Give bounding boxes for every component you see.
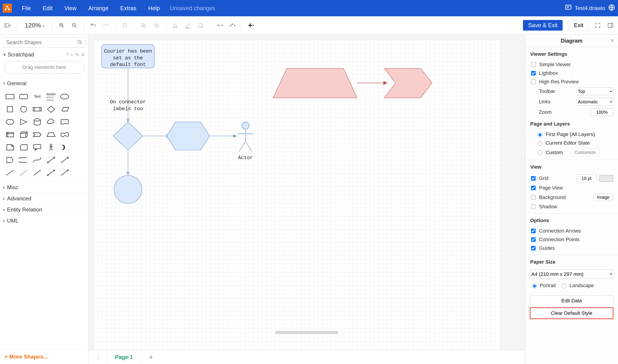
menu-file[interactable]: File [16,5,37,12]
shape-curve[interactable] [31,154,43,166]
shape-diamond[interactable] [45,103,57,115]
zoom-field[interactable] [590,108,613,116]
edit-data-button[interactable]: Edit Data [530,295,614,306]
insert-icon[interactable]: + ▾ [247,22,254,29]
conn-points-checkbox[interactable] [531,237,536,242]
shape-actor[interactable] [45,142,57,153]
guides-checkbox[interactable] [531,246,536,250]
shape-biarrow[interactable] [45,154,57,166]
shape-biline[interactable] [45,167,57,179]
shape-hexagon[interactable] [4,116,16,128]
right-splitter[interactable] [524,154,525,163]
zoom-in-icon[interactable] [58,22,65,29]
shape-and[interactable] [4,154,16,166]
shape-step[interactable] [31,129,43,141]
shadow-checkbox[interactable] [531,204,536,209]
section-misc[interactable]: ▸Misc [0,182,88,193]
background-image-button[interactable]: Image [593,194,613,201]
waypoint-icon[interactable]: ▾ [229,22,235,29]
exit-button[interactable]: Exit [569,20,589,31]
hires-checkbox[interactable] [531,79,536,84]
search-input[interactable] [3,37,85,48]
add-page-icon[interactable]: + [144,353,159,361]
horizontal-scrollbar[interactable] [275,331,339,334]
shape-cloud[interactable] [45,116,57,128]
grid-checkbox[interactable] [531,176,536,181]
delete-icon[interactable] [121,22,128,29]
pageview-checkbox[interactable] [531,186,536,190]
scratchpad-edit-icon[interactable]: ✎ [75,52,79,58]
toolbar-select[interactable]: Top [577,88,613,95]
page-surface[interactable]: Courier has been set as the default font… [94,40,500,350]
shape-arrow[interactable] [58,154,71,166]
conn-arrows-checkbox[interactable] [531,229,536,233]
comments-icon[interactable] [565,4,572,13]
fullscreen-icon[interactable] [594,22,601,29]
shape-circle[interactable] [17,103,30,115]
view-mode-icon[interactable]: ▾ [4,22,11,29]
to-back-icon[interactable] [153,22,160,29]
shape-arrowline[interactable] [58,167,71,179]
shape-line[interactable] [4,167,16,179]
to-front-icon[interactable] [140,22,147,29]
lightbox-checkbox[interactable] [531,71,536,76]
shape-ellipse[interactable] [58,91,71,103]
shape-process[interactable] [31,103,43,115]
scratchpad-add-icon[interactable]: + [70,52,73,58]
panel-close-icon[interactable]: ✕ [610,38,614,44]
menu-view[interactable]: View [58,5,82,12]
shape-callout[interactable] [31,142,43,153]
shape-triangle[interactable] [17,116,30,128]
shape-datastore[interactable] [17,154,30,166]
shape-tape[interactable] [58,129,71,141]
current-editor-radio[interactable] [538,141,542,146]
scratchpad-close-icon[interactable]: ✕ [81,52,85,58]
paper-size-select[interactable]: A4 (210 mm x 297 mm) [530,270,613,279]
shape-cylinder[interactable] [31,116,43,128]
shape-document[interactable] [58,116,71,128]
tabs-handle-icon[interactable]: ⋮ [93,354,104,360]
custom-radio[interactable] [538,151,542,155]
shape-rect[interactable] [4,91,16,103]
shape-dashline[interactable] [17,167,30,179]
shape-note[interactable] [4,142,16,153]
grid-size-field[interactable] [576,175,597,182]
shape-square[interactable] [4,103,16,115]
clear-default-style-button[interactable]: Clear Default Style [530,307,614,319]
language-icon[interactable] [608,4,615,13]
more-shapes-link[interactable]: + More Shapes... [4,353,48,360]
save-exit-button[interactable]: Save & Exit [523,20,563,31]
undo-icon[interactable] [90,22,97,29]
shape-or[interactable] [58,142,71,153]
connection-icon[interactable]: ▾ [216,22,223,29]
shadow-icon[interactable] [197,22,204,29]
section-uml[interactable]: ▸UML [0,215,88,226]
customize-button[interactable]: Customize [571,149,599,156]
menu-arrange[interactable]: Arrange [82,5,114,12]
background-checkbox[interactable] [531,195,536,200]
shape-text[interactable]: Text [31,91,43,103]
left-splitter[interactable] [88,192,89,200]
zoom-out-icon[interactable] [71,22,78,29]
grid-color-swatch[interactable] [599,175,613,182]
fill-color-icon[interactable] [172,22,179,29]
section-entity[interactable]: ▸Entity Relation [0,204,88,215]
scratchpad-dropzone[interactable]: Drag elements here [4,61,84,74]
shape-heading[interactable]: Heading—————— [45,91,57,103]
shape-parallelogram[interactable] [58,103,71,115]
zoom-level[interactable]: 120% ▾ [23,22,46,29]
first-page-radio[interactable] [538,133,542,137]
section-general[interactable]: ▾General [0,78,88,89]
shape-line2[interactable] [31,167,43,179]
shape-trapezoid[interactable] [45,129,57,141]
landscape-radio[interactable] [562,284,566,288]
menu-extras[interactable]: Extras [114,5,142,12]
canvas[interactable]: Courier has been set as the default font… [88,34,525,350]
redo-icon[interactable] [103,22,109,29]
tab-page-1[interactable]: Page-1 [107,351,141,364]
shape-cube[interactable] [17,129,30,141]
section-advanced[interactable]: ▸Advanced [0,193,88,204]
shape-card[interactable] [17,142,30,153]
line-color-icon[interactable] [184,22,191,29]
menu-edit[interactable]: Edit [37,5,58,12]
